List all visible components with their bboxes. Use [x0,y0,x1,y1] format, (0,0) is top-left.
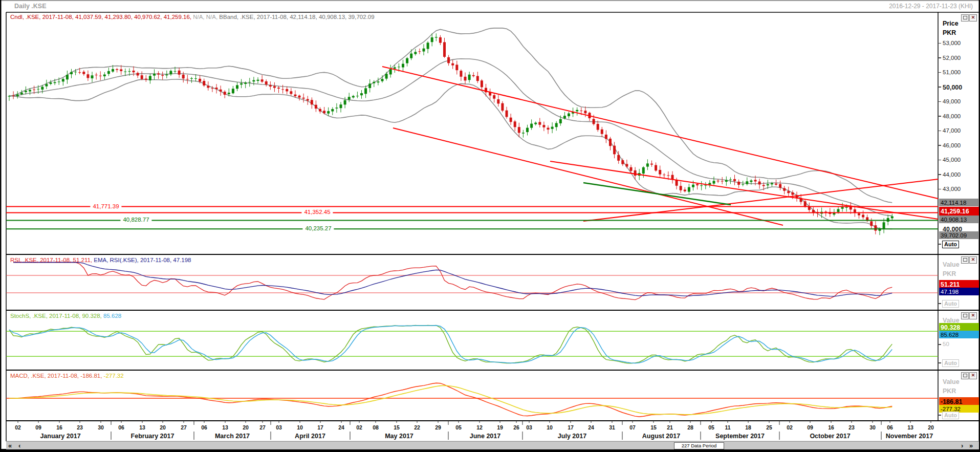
macd-pane-minimize-icon[interactable] [961,372,969,379]
day-tick-label: 10 [547,424,553,431]
day-tick-label: 13 [907,424,913,431]
axis-header: Value [943,262,960,268]
stoch-pane-close-icon[interactable]: ✕ [969,312,977,319]
axis-tick-dash [939,87,941,88]
day-tick-label: 13 [222,424,228,431]
axis-header: PKR [943,271,956,277]
month-label: March 2017 [215,433,250,440]
axis-tick-dash [939,116,941,117]
price-legend: Cndl, .KSE, 2017-11-08, 41,037.59, 41,29… [10,14,375,20]
minimize-glyph [963,258,967,262]
axis-tick-dash [939,101,941,102]
price-tick-label: 48,000 [943,113,961,119]
day-tick-label: 17 [317,424,323,431]
alert-line-label: 41,771.39 [90,203,121,209]
macd-legend: MACD, .KSE, 2017-11-08, -186.81, -277.32 [10,373,124,379]
price-tick-label: 53,000 [943,40,961,46]
day-tick-label: 18 [745,424,751,431]
month-label: September 2017 [715,433,765,440]
day-tick-label: 06 [887,424,893,431]
scroll-far-left-icon[interactable]: « [8,442,12,449]
stoch-pane-value-badge: 85.628 [939,331,979,338]
day-tick-label: 03 [526,424,532,431]
price-pane-value-badge: 42,114.18 [939,199,979,206]
axis-tick-dash [939,415,941,416]
day-tick-label: 26 [513,424,519,431]
month-label: May 2017 [385,433,413,440]
day-tick-label: 20 [243,424,249,431]
axis-tick-dash [939,174,941,175]
stoch-pane-auto-button[interactable]: Auto [942,359,959,367]
legend-segment: N/A, N/A, [193,14,219,20]
axis-tick-dash [939,131,941,132]
price-pane-close-icon[interactable]: ✕ [969,14,977,21]
day-tick-label: 05 [455,424,462,431]
legend-segment: RSI, .KSE, 2017-11-08, 51.211, [10,257,94,263]
day-tick-label: 09 [35,424,41,431]
price-pane-auto-button[interactable]: Auto [942,241,959,248]
axis-tick-dash [939,43,941,44]
day-tick-label: 30 [869,424,876,431]
axis-header: Value [943,379,960,385]
day-tick-label: 02 [15,424,21,431]
data-period-box[interactable]: 227 Data Period [674,442,724,449]
stoch-pane-minimize-icon[interactable] [961,312,969,319]
day-tick-label: 06 [118,424,124,431]
day-tick-label: 20 [160,424,166,431]
day-tick-label: 31 [609,424,615,431]
scroll-left-icon[interactable]: ‹ [18,442,20,449]
axis-tick-dash [939,72,941,73]
month-label: July 2017 [558,433,586,440]
day-tick-label: 27 [181,424,187,431]
rsi-pane-minimize-icon[interactable] [961,256,969,264]
axis-tick-dash [939,57,941,58]
day-tick-label: 02 [356,424,362,431]
day-tick-label: 21 [667,424,673,431]
macd-pane-close-icon[interactable]: ✕ [969,372,977,379]
day-tick-label: 09 [807,424,813,431]
price-pane-value-badge: 41,259.16 [939,207,979,216]
legend-segment: BBand, .KSE, 2017-11-08, 42,114.18, 40,9… [219,14,374,20]
stoch-legend: StochS, .KSE, 2017-11-08, 90.328, 85.628 [10,313,121,319]
chart-canvas [0,0,980,452]
price-pane-value-badge: 39,702.09 [939,231,979,239]
day-tick-label: 16 [56,424,62,431]
alert-line-label: 41,352.45 [301,209,333,216]
day-tick-label: 12 [476,424,483,431]
axis-tick-dash [939,303,941,304]
day-tick-label: 16 [828,424,834,431]
price-tick-label: 45,000 [943,157,961,163]
price-pane-minimize-icon[interactable] [961,14,969,21]
price-tick-label: 51,000 [943,69,961,75]
chart-window: Daily .KSE 2016-12-29 - 2017-11-23 (KHI)… [0,0,980,452]
price-tick-label: 44,000 [943,171,961,178]
day-tick-label: 30 [98,424,104,431]
axis-tick-dash [939,362,941,363]
rsi-pane-close-icon[interactable]: ✕ [969,256,977,264]
alert-line-label: 40,235.27 [302,226,334,232]
price-tick-label: 52,000 [943,55,961,61]
day-tick-label: 10 [297,424,303,431]
day-tick-label: 11 [725,424,730,431]
rsi-legend: RSI, .KSE, 2017-11-08, 51.211, EMA, RSI(… [10,257,191,263]
minimize-glyph [963,16,967,19]
scroll-far-right-icon[interactable]: » [969,442,973,449]
alert-line-label: 40,828.77 [120,217,151,223]
day-tick-label: 27 [259,424,266,431]
day-tick-label: 24 [338,424,344,431]
macd-pane-auto-button[interactable]: Auto [942,412,959,419]
price-pane-value-badge: 40,908.13 [939,216,979,223]
rsi-pane-auto-button[interactable]: Auto [942,300,959,308]
legend-segment: MACD, .KSE, 2017-11-08, -186.81, [10,373,104,379]
day-tick-label: 29 [435,424,441,431]
scroll-right-icon[interactable]: › [961,442,963,449]
legend-segment: Cndl, .KSE, 2017-11-08, 41,037.59, 41,29… [10,14,193,20]
minimize-glyph [963,314,967,317]
axis-tick-dash [939,244,941,245]
day-tick-label: 05 [708,424,714,431]
scrollbar-track[interactable] [6,441,979,449]
day-tick-label: 13 [139,424,145,431]
month-label: November 2017 [886,433,933,440]
minimize-glyph [963,374,967,377]
day-tick-label: 15 [650,424,657,431]
